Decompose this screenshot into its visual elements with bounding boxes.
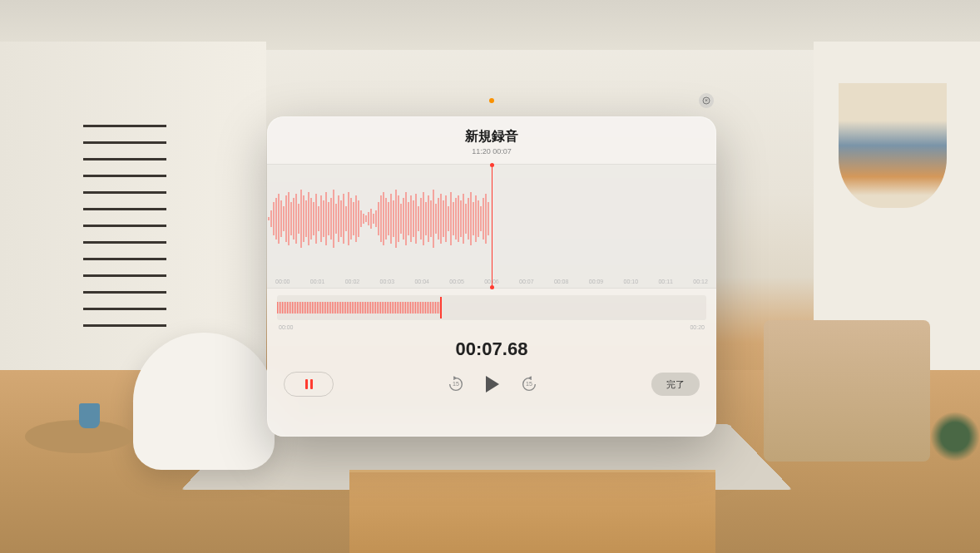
tick: 00:02 <box>345 279 360 284</box>
waveform-graphic <box>267 177 492 260</box>
waveform-main[interactable]: 00:00 00:01 00:02 00:03 00:04 00:05 00:0… <box>267 164 716 289</box>
overview-time-end: 00:20 <box>690 324 705 330</box>
tick: 00:04 <box>414 279 429 284</box>
skip-forward-label: 15 <box>526 381 532 387</box>
tick: 00:03 <box>380 279 395 284</box>
pause-record-button[interactable] <box>284 372 334 397</box>
tick: 00:09 <box>589 279 604 284</box>
voice-memos-window: 新規録音 11:20 00:07 00:00 00:01 00:02 00:03… <box>267 116 716 437</box>
time-ruler: 00:00 00:01 00:02 00:03 00:04 00:05 00:0… <box>267 279 716 284</box>
done-button[interactable]: 完了 <box>651 373 700 396</box>
skip-back-button[interactable]: 15 <box>446 374 466 394</box>
overview-playhead[interactable] <box>440 297 442 318</box>
bg-coffee-table <box>349 470 715 553</box>
bg-plant <box>930 412 980 462</box>
window-grabber-dot[interactable] <box>489 98 494 103</box>
recording-header: 新規録音 11:20 00:07 <box>267 116 716 164</box>
bg-stairs <box>83 125 166 333</box>
pause-icon <box>305 379 313 389</box>
elapsed-time: 00:07.68 <box>267 338 716 360</box>
skip-forward-button[interactable]: 15 <box>519 374 539 394</box>
tick: 00:00 <box>275 279 290 284</box>
bg-armchair <box>133 333 275 470</box>
play-button[interactable] <box>486 376 499 393</box>
tick: 00:08 <box>554 279 569 284</box>
tick: 00:06 <box>484 279 499 284</box>
bg-side-table <box>25 420 133 453</box>
tick: 00:01 <box>310 279 325 284</box>
recording-meta: 11:20 00:07 <box>267 147 716 156</box>
bg-wall-art <box>839 83 947 208</box>
playback-controls: 15 15 完了 <box>267 360 716 412</box>
center-controls: 15 15 <box>342 374 643 394</box>
bg-mug <box>79 403 100 428</box>
waveform-overview[interactable]: 00:00 00:20 <box>277 295 706 320</box>
tick: 00:05 <box>449 279 464 284</box>
tick: 00:10 <box>624 279 639 284</box>
bg-lounge-chair <box>764 320 930 462</box>
playhead-indicator[interactable] <box>492 165 492 288</box>
tick: 00:12 <box>693 279 708 284</box>
tick: 00:11 <box>658 279 673 284</box>
overview-recorded-region <box>277 302 440 314</box>
tick: 00:07 <box>519 279 534 284</box>
recording-title: 新規録音 <box>267 128 716 146</box>
overview-time-start: 00:00 <box>279 324 294 330</box>
window-close-button[interactable] <box>699 93 714 108</box>
skip-back-label: 15 <box>453 381 459 387</box>
